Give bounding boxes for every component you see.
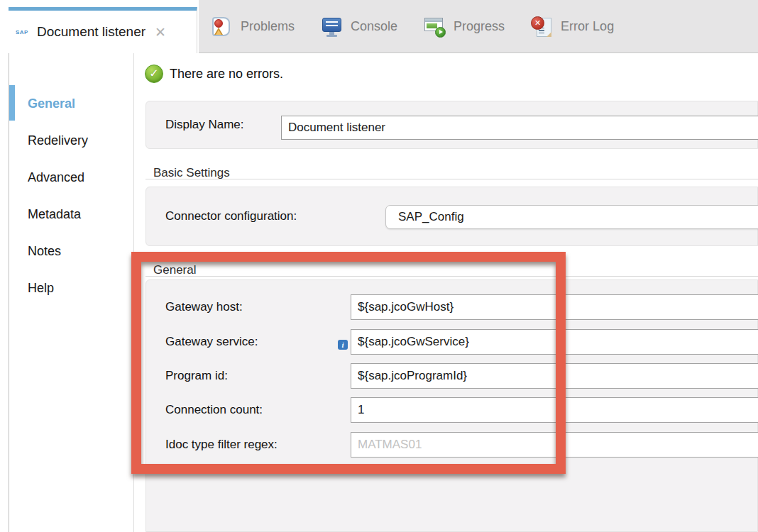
program-id-input[interactable]: [351, 363, 758, 389]
status-message: There are no errors.: [170, 65, 283, 83]
problems-icon: [210, 16, 234, 38]
idoc-type-filter-regex-label: Idoc type filter regex:: [165, 432, 278, 458]
connection-count-input[interactable]: [351, 397, 758, 423]
sidebar-item-general[interactable]: General: [9, 85, 133, 122]
info-icon[interactable]: i: [338, 340, 348, 350]
error-log-icon: ✕: [530, 16, 554, 38]
tab-problems[interactable]: Problems: [210, 16, 295, 38]
gateway-host-label: Gateway host:: [165, 294, 243, 320]
properties-content: ✓ There are no errors. Display Name: Bas…: [134, 53, 758, 532]
sidebar-item-advanced[interactable]: Advanced: [9, 159, 133, 196]
sidebar-item-notes[interactable]: Notes: [9, 233, 133, 270]
properties-editor-window: SAP Document listener ✕ Problems Console: [0, 0, 758, 532]
tab-document-listener[interactable]: SAP Document listener ✕: [9, 7, 197, 53]
display-name-panel: Display Name:: [145, 101, 758, 149]
gateway-host-row: Gateway host:: [146, 294, 757, 320]
gateway-service-label: Gateway service:: [165, 329, 258, 355]
view-tab-label: Error Log: [561, 19, 614, 34]
tab-progress[interactable]: Progress: [423, 16, 505, 38]
gateway-service-row: Gateway service: i: [146, 329, 757, 355]
basic-settings-header: Basic Settings: [145, 167, 758, 179]
idoc-type-filter-regex-input[interactable]: [351, 432, 758, 458]
sidebar: General Redelivery Advanced Metadata Not…: [9, 53, 134, 532]
sidebar-item-help[interactable]: Help: [9, 270, 133, 306]
console-icon: [320, 16, 344, 38]
gateway-service-input[interactable]: [351, 329, 758, 355]
general-section-header: General: [145, 264, 758, 277]
idoc-type-filter-regex-row: Idoc type filter regex:: [146, 432, 757, 458]
sidebar-item-redelivery[interactable]: Redelivery: [9, 122, 133, 159]
tab-console[interactable]: Console: [320, 16, 397, 38]
tab-bar: SAP Document listener ✕ Problems Console: [0, 0, 758, 53]
no-errors-check-icon: ✓: [145, 65, 163, 83]
gateway-host-input[interactable]: [351, 294, 758, 320]
tab-title: Document listener: [37, 24, 145, 40]
sap-tab-icon: SAP: [16, 29, 28, 35]
display-name-label: Display Name:: [165, 101, 244, 148]
tab-error-log[interactable]: ✕ Error Log: [530, 16, 614, 38]
program-id-label: Program id:: [165, 363, 228, 389]
connector-configuration-label: Connector configuration:: [165, 187, 297, 245]
connector-configuration-combo[interactable]: SAP_Config: [385, 205, 758, 229]
view-tab-label: Problems: [241, 19, 295, 34]
program-id-row: Program id:: [146, 363, 757, 389]
general-section-panel: Gateway host: Gateway service: i Program…: [145, 279, 758, 532]
connection-count-label: Connection count:: [165, 397, 263, 423]
display-name-input[interactable]: [281, 116, 758, 140]
progress-icon: [423, 16, 447, 38]
close-icon[interactable]: ✕: [155, 26, 166, 39]
view-tabs: Problems Console Progress ✕: [210, 0, 614, 53]
connection-count-row: Connection count:: [146, 397, 757, 423]
view-tab-label: Progress: [454, 19, 505, 34]
basic-settings-panel: Connector configuration: SAP_Config: [145, 187, 758, 246]
view-tab-label: Console: [351, 19, 397, 34]
sidebar-item-metadata[interactable]: Metadata: [9, 196, 133, 233]
